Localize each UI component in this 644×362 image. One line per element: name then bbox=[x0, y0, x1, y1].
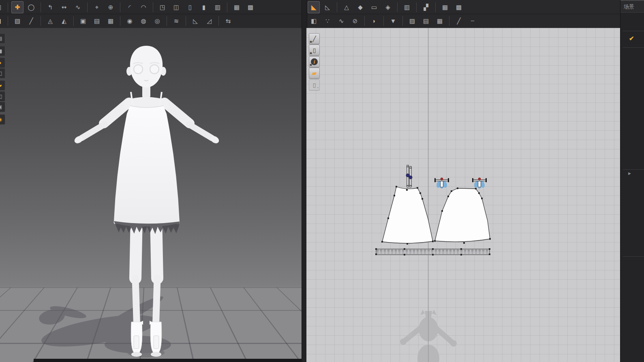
pattern-vertex[interactable] bbox=[447, 196, 449, 197]
edit-texture-tool[interactable]: ▧ bbox=[11, 15, 24, 27]
show-arrangement-toggle[interactable]: ◫ bbox=[0, 91, 5, 102]
show-3d-pen-toggle[interactable]: ◨ bbox=[0, 46, 5, 56]
avatar-fit-display-tool[interactable]: ▮ bbox=[198, 1, 210, 13]
pattern-vertex[interactable] bbox=[451, 190, 452, 192]
zipper-tool[interactable]: ≋ bbox=[170, 15, 182, 27]
show-sewing-pen-toggle[interactable]: ╱◉ bbox=[309, 33, 320, 44]
segment-sewing-tool[interactable]: ◧ bbox=[308, 15, 320, 27]
strap-button-point[interactable] bbox=[409, 176, 412, 179]
measure-line-tool[interactable]: ╱ bbox=[453, 15, 465, 27]
measure-dashed-tool[interactable]: ┄ bbox=[466, 15, 479, 27]
pin-tool[interactable]: ⌖ bbox=[91, 1, 103, 13]
edit-curve-ratio-tool[interactable]: ◠ bbox=[137, 1, 150, 13]
viewport-2d-pattern[interactable]: ╱◉▯◉i◉▰▯▪ bbox=[306, 28, 620, 362]
fold-curve-tool[interactable]: ∿ bbox=[72, 1, 84, 13]
pattern-vertex[interactable] bbox=[394, 195, 395, 196]
symmetry-pin-tool[interactable]: ⇆ bbox=[222, 15, 234, 27]
dart-tool[interactable]: ◬ bbox=[44, 15, 56, 27]
dart-shape-tool[interactable]: ◈ bbox=[382, 1, 394, 13]
avatar-tape-tool[interactable]: ▥ bbox=[212, 1, 224, 13]
show-pins-toggle[interactable]: ● bbox=[0, 57, 5, 68]
mn-segment-sewing-tool[interactable]: ∵ bbox=[321, 15, 334, 27]
arrangement-board-tool[interactable]: ▩ bbox=[244, 1, 257, 13]
fold-segment-tool[interactable]: ↭ bbox=[58, 1, 70, 13]
edit-curvature-tool[interactable]: ◜ bbox=[124, 1, 136, 13]
pattern-vertex[interactable] bbox=[375, 253, 377, 255]
pattern-front-panel[interactable] bbox=[382, 187, 433, 243]
pattern-vertex[interactable] bbox=[375, 248, 377, 250]
edit-texture-2d-tool[interactable]: ▨ bbox=[406, 15, 418, 27]
pattern-vertex[interactable] bbox=[489, 253, 490, 255]
arrangement-points-tool[interactable]: ▦ bbox=[231, 1, 243, 13]
pattern-vertex[interactable] bbox=[460, 254, 462, 256]
viewport-3d[interactable]: ▤◨●◧▰◫▣◉ bbox=[0, 28, 302, 362]
garment-fit-tool[interactable]: ▼ bbox=[387, 15, 399, 27]
show-avatar-toggle[interactable]: ▤ bbox=[0, 33, 5, 44]
avatar-silhouette-toggle-tool[interactable]: ▞ bbox=[420, 1, 432, 13]
pleats-tool[interactable]: ▥ bbox=[401, 1, 413, 13]
texture-checker-applied-tool[interactable]: ▦ bbox=[105, 15, 117, 27]
grid-small-tool[interactable]: ▦ bbox=[439, 1, 451, 13]
show-pattern-info-toggle[interactable]: i◉ bbox=[309, 56, 320, 67]
pattern-vertex[interactable] bbox=[432, 241, 434, 242]
pattern-vertex[interactable] bbox=[404, 248, 405, 250]
show-garment-toggle[interactable]: ◧ bbox=[0, 68, 5, 79]
button-tool[interactable]: ◍ bbox=[137, 15, 150, 27]
seam-panel-place-tool[interactable]: ◺ bbox=[189, 15, 201, 27]
pattern-vertex[interactable] bbox=[407, 243, 408, 245]
grid-large-tool[interactable]: ▩ bbox=[453, 1, 465, 13]
buttonhole-lock-tool[interactable]: ◎ bbox=[151, 15, 163, 27]
fold-arrangement-tool[interactable]: ↰ bbox=[44, 1, 56, 13]
edit-pattern-tool[interactable]: ◺ bbox=[321, 1, 334, 13]
polygon-pen-tool[interactable]: △ bbox=[340, 1, 353, 13]
pattern-vertex[interactable] bbox=[387, 217, 389, 219]
fabric-roll-tool[interactable]: ▣ bbox=[77, 15, 89, 27]
pattern-lace-strip[interactable] bbox=[376, 249, 490, 255]
pattern-vertex[interactable] bbox=[381, 241, 383, 243]
strap-button-point[interactable] bbox=[406, 174, 409, 177]
pin-to-avatar-tool[interactable]: ⊕ bbox=[105, 1, 117, 13]
pattern-vertex[interactable] bbox=[406, 189, 408, 191]
show-style-toggle[interactable]: ▣ bbox=[0, 102, 5, 112]
open-garment-tool[interactable]: ▯ bbox=[184, 1, 196, 13]
pattern-vertex[interactable] bbox=[478, 192, 480, 194]
pattern-vertex[interactable] bbox=[489, 248, 490, 250]
free-sewing-tool[interactable]: ∿ bbox=[335, 15, 347, 27]
pattern-back-panel[interactable] bbox=[435, 188, 490, 242]
transform-pattern-tool[interactable]: ◣ bbox=[308, 1, 320, 13]
pattern-vertex[interactable] bbox=[404, 254, 405, 256]
clipped-edge-tool[interactable]: ◧ bbox=[0, 1, 4, 13]
lock-pattern-toggle[interactable]: ▯▪ bbox=[309, 79, 320, 90]
pattern-vertex[interactable] bbox=[463, 242, 465, 244]
iron-tool[interactable]: ◗ bbox=[368, 15, 380, 27]
dart-edit-tool[interactable]: ◭ bbox=[58, 15, 70, 27]
selected-strap-widget-left[interactable] bbox=[434, 178, 449, 189]
pattern-vertex[interactable] bbox=[434, 240, 436, 242]
show-base-pattern-2d-toggle[interactable]: ▰ bbox=[309, 68, 320, 79]
tab-scene[interactable]: 场景 bbox=[620, 1, 644, 13]
pattern-vertex[interactable] bbox=[475, 188, 477, 190]
seam-panel-tool[interactable]: ◿ bbox=[203, 15, 215, 27]
reset-front-back-arrangement-tool[interactable]: ◫ bbox=[170, 1, 182, 13]
pattern-vertex[interactable] bbox=[396, 186, 397, 187]
pattern-vertex[interactable] bbox=[432, 248, 434, 250]
texture-checker-tool[interactable]: ▤ bbox=[91, 15, 103, 27]
show-base-pattern-toggle[interactable]: ▰ bbox=[0, 80, 5, 91]
selected-strap-widget-right[interactable] bbox=[472, 178, 487, 189]
pattern-vertex[interactable] bbox=[419, 192, 421, 194]
pattern-vertex[interactable] bbox=[481, 198, 483, 199]
pattern-vertex[interactable] bbox=[432, 254, 434, 256]
pattern-vertex[interactable] bbox=[421, 198, 423, 200]
apply-texture-2d-tool[interactable]: ▦ bbox=[434, 15, 446, 27]
pattern-vertex[interactable] bbox=[460, 248, 462, 250]
select-mesh-brush-tool[interactable]: ◯ bbox=[25, 1, 37, 13]
internal-rectangle-tool[interactable]: ▭ bbox=[368, 1, 380, 13]
show-grid-toggle[interactable]: ◉ bbox=[0, 114, 5, 125]
polygon-tool[interactable]: ◆ bbox=[354, 1, 366, 13]
adjust-texture-2d-tool[interactable]: ▤ bbox=[420, 15, 432, 27]
clipped-garment-tool[interactable]: ◨ bbox=[0, 15, 4, 27]
check-icon[interactable]: ✔ bbox=[629, 35, 634, 42]
pattern-vertex[interactable] bbox=[417, 187, 418, 189]
check-seam-length-tool[interactable]: ⊘ bbox=[349, 15, 361, 27]
pattern-vertex[interactable] bbox=[489, 238, 491, 240]
